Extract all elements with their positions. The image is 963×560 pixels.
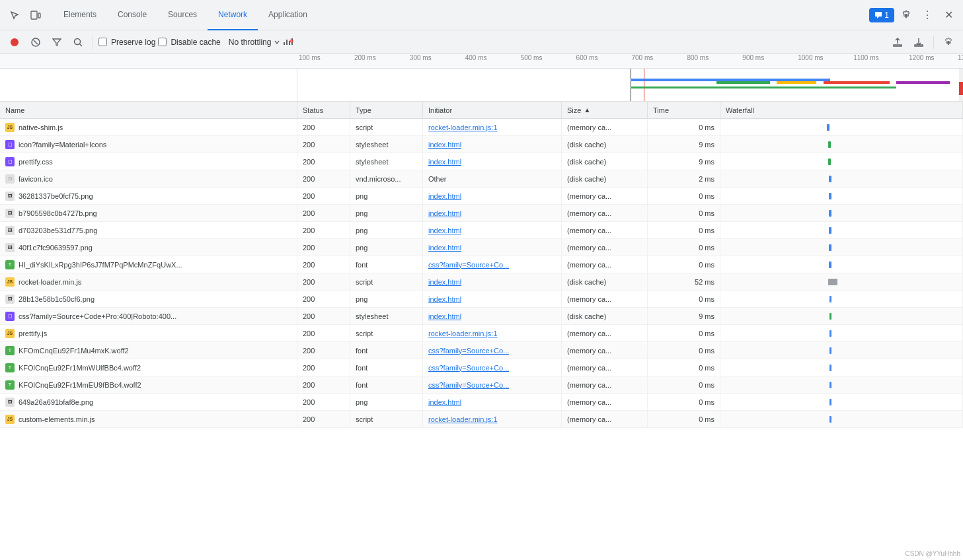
table-row[interactable]: JS prettify.js 200 script rocket-loader.… — [0, 325, 963, 342]
table-row[interactable]: T KFOlCnqEu92Fr1MmWUlfBBc4.woff2 200 fon… — [0, 359, 963, 376]
td-name: T KFOmCnqEu92Fr1Mu4mxK.woff2 — [0, 342, 297, 359]
file-icon-css: ◻ — [5, 157, 15, 166]
disable-cache-checkbox[interactable]: Disable cache — [158, 38, 220, 47]
td-size: (memory ca... — [562, 325, 648, 341]
table-row[interactable]: JS rocket-loader.min.js 200 script index… — [0, 273, 963, 291]
td-time: 0 ms — [648, 119, 720, 135]
td-initiator: rocket-loader.min.js:1 — [423, 325, 562, 341]
initiator-link[interactable]: rocket-loader.min.js:1 — [428, 330, 498, 337]
table-row[interactable]: 🖼 b7905598c0b4727b.png 200 png index.htm… — [0, 205, 963, 222]
tab-network[interactable]: Network — [208, 0, 258, 30]
td-size: (disk cache) — [562, 136, 648, 153]
td-initiator: index.html — [423, 291, 562, 307]
table-row[interactable]: 🖼 40f1c7fc90639597.png 200 png index.htm… — [0, 239, 963, 256]
feedback-button[interactable]: 1 — [869, 8, 894, 22]
td-type: png — [350, 239, 423, 256]
th-waterfall-label: Waterfall — [726, 106, 754, 114]
td-status: 200 — [297, 239, 350, 256]
svg-point-2 — [11, 38, 19, 46]
th-time[interactable]: Time — [648, 102, 720, 118]
more-tools-button[interactable]: ⋮ — [918, 6, 937, 24]
table-row[interactable]: 🖼 649a26a691bfaf8e.png 200 png index.htm… — [0, 394, 963, 411]
initiator-link[interactable]: css?family=Source+Co... — [428, 261, 509, 269]
table-row[interactable]: 🖼 d703203be531d775.png 200 png index.htm… — [0, 222, 963, 239]
settings-button[interactable] — [897, 6, 915, 24]
initiator-link[interactable]: rocket-loader.min.js:1 — [428, 123, 498, 131]
initiator-link[interactable]: index.html — [428, 158, 461, 166]
clear-button[interactable] — [26, 33, 45, 52]
td-initiator: css?family=Source+Co... — [423, 359, 562, 376]
initiator-link[interactable]: rocket-loader.min.js:1 — [428, 415, 498, 423]
tab-sources[interactable]: Sources — [157, 0, 208, 30]
initiator-link[interactable]: css?family=Source+Co... — [428, 364, 509, 372]
td-type: png — [350, 205, 423, 221]
export-har-button[interactable] — [909, 33, 928, 52]
initiator-link[interactable]: index.html — [428, 312, 461, 320]
throttle-select[interactable]: No throttling — [223, 36, 299, 49]
table-row[interactable]: T KFOmCnqEu92Fr1Mu4mxK.woff2 200 font cs… — [0, 342, 963, 359]
table-row[interactable]: ◻ css?family=Source+Code+Pro:400|Roboto:… — [0, 308, 963, 325]
network-table: Name Status Type Initiator Size ▲ Time W… — [0, 102, 963, 556]
td-status: 200 — [297, 205, 350, 221]
initiator-link[interactable]: index.html — [428, 295, 461, 303]
td-name: JS rocket-loader.min.js — [0, 273, 297, 290]
file-icon-png: 🖼 — [5, 295, 15, 304]
th-status[interactable]: Status — [297, 102, 350, 118]
initiator-link[interactable]: css?family=Source+Co... — [428, 347, 509, 355]
preserve-log-checkbox[interactable]: Preserve log — [98, 38, 155, 47]
th-name-label: Name — [5, 106, 24, 114]
td-waterfall — [720, 119, 963, 135]
table-row[interactable]: ◻ prettify.css 200 stylesheet index.html… — [0, 153, 963, 170]
td-time: 9 ms — [648, 153, 720, 170]
td-waterfall — [720, 342, 963, 359]
file-name: 40f1c7fc90639597.png — [19, 244, 93, 252]
initiator-link[interactable]: index.html — [428, 141, 461, 149]
timeline-visual — [0, 69, 963, 102]
initiator-link[interactable]: index.html — [428, 192, 461, 200]
search-button[interactable] — [69, 33, 87, 52]
svg-rect-0 — [31, 11, 37, 19]
table-row[interactable]: JS custom-elements.min.js 200 script roc… — [0, 411, 963, 428]
table-row[interactable]: 🖼 36281337be0fcf75.png 200 png index.htm… — [0, 188, 963, 205]
th-initiator[interactable]: Initiator — [423, 102, 562, 118]
table-row[interactable]: 🖼 28b13e58b1c50cf6.png 200 png index.htm… — [0, 291, 963, 308]
initiator-link[interactable]: index.html — [428, 227, 461, 234]
close-devtools-button[interactable]: ✕ — [939, 6, 958, 24]
th-name[interactable]: Name — [0, 102, 297, 118]
table-row[interactable]: JS native-shim.js 200 script rocket-load… — [0, 119, 963, 136]
ruler-tick-5: 500 ms — [520, 54, 543, 61]
initiator-link[interactable]: index.html — [428, 244, 461, 252]
preserve-log-label: Preserve log — [111, 38, 155, 47]
tab-application[interactable]: Application — [258, 0, 318, 30]
filter-button[interactable] — [48, 33, 66, 52]
tab-right-icons: 1 ⋮ ✕ — [869, 6, 958, 24]
tab-elements[interactable]: Elements — [53, 0, 107, 30]
tab-console[interactable]: Console — [107, 0, 157, 30]
th-type[interactable]: Type — [350, 102, 423, 118]
ruler-tick-12: 1200 ms — [907, 54, 934, 61]
import-har-button[interactable] — [888, 33, 907, 52]
table-row[interactable]: □ favicon.ico 200 vnd.microso... Other (… — [0, 170, 963, 188]
table-row[interactable]: T KFOlCnqEu92Fr1MmEU9fBBc4.woff2 200 fon… — [0, 376, 963, 394]
record-button[interactable] — [5, 33, 24, 52]
waterfall-bar — [829, 227, 831, 234]
network-settings-button[interactable] — [939, 33, 958, 52]
initiator-link[interactable]: css?family=Source+Co... — [428, 381, 509, 389]
th-waterfall[interactable]: Waterfall — [720, 102, 963, 118]
inspect-element-button[interactable] — [5, 6, 24, 24]
device-toolbar-button[interactable] — [26, 6, 45, 24]
file-name: prettify.js — [19, 330, 47, 337]
td-time: 0 ms — [648, 376, 720, 393]
table-row[interactable]: T HI_diYsKILxRpg3hIP6sJ7fM7PqPMcMnZFqUwX… — [0, 256, 963, 273]
td-time: 0 ms — [648, 291, 720, 307]
th-size[interactable]: Size ▲ — [562, 102, 648, 118]
file-name: KFOlCnqEu92Fr1MmEU9fBBc4.woff2 — [19, 381, 141, 389]
waterfall-bar — [829, 313, 832, 320]
file-icon-png: 🖼 — [5, 192, 15, 201]
initiator-link[interactable]: index.html — [428, 209, 461, 217]
chevron-down-icon — [274, 39, 280, 46]
initiator-link[interactable]: index.html — [428, 278, 461, 286]
initiator-link[interactable]: index.html — [428, 398, 461, 406]
td-type: font — [350, 359, 423, 376]
table-row[interactable]: ◻ icon?family=Material+Icons 200 stylesh… — [0, 136, 963, 153]
